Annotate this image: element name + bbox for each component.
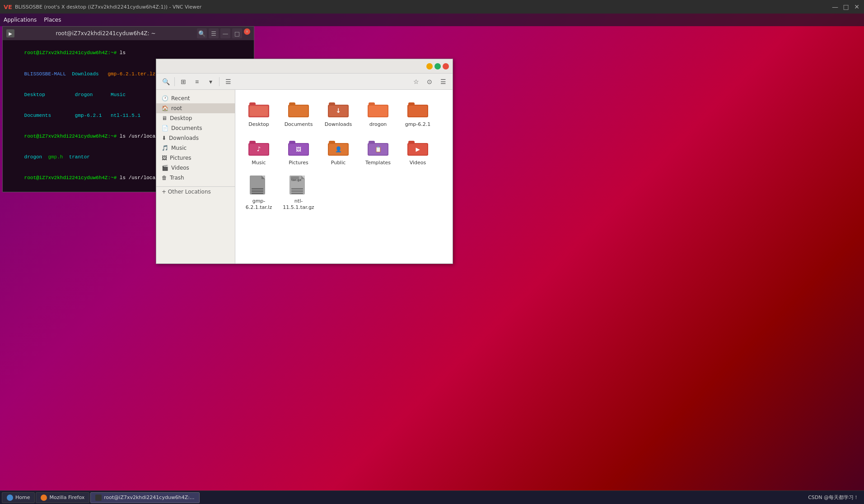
svg-rect-40 <box>252 188 263 190</box>
file-item-templates[interactable]: 📋 Templates <box>360 134 396 168</box>
svg-rect-16 <box>408 106 427 116</box>
fm-icon-view-button[interactable]: ⊞ <box>177 76 189 88</box>
gmp-archive-label: gmp-6.2.1.tar.lz <box>243 198 275 210</box>
vnc-maximize-button[interactable]: □ <box>842 3 850 10</box>
sidebar-item-pictures[interactable]: 🖼Pictures <box>156 153 235 163</box>
documents-folder-icon <box>288 98 309 120</box>
home-icon <box>7 495 13 501</box>
taskbar-item-terminal[interactable]: root@iZ7xv2khdi2241cyduw6h4Z:... <box>90 492 199 503</box>
file-item-ntl-archive[interactable]: tar.gz ntl-11.5.1.tar.gz <box>280 172 317 213</box>
vnc-minimize-button[interactable]: — <box>831 3 839 10</box>
fm-menu-button[interactable]: ☰ <box>437 76 449 88</box>
svg-rect-41 <box>252 190 263 192</box>
filemanager-window: 🔍 ⊞ ≡ ▾ ☰ ☆ ⊙ ☰ 🕐Recent 🏠root 🖥Desktop 📄… <box>156 59 453 264</box>
templates-folder-label: Templates <box>365 160 391 166</box>
fm-content-area: Desktop Documents <box>235 90 453 264</box>
gmp-folder-icon <box>407 98 429 120</box>
sidebar-item-videos[interactable]: 🎬Videos <box>156 163 235 173</box>
sidebar-item-home[interactable]: 🏠root <box>156 103 235 113</box>
desktop-toolbar: Applications Places <box>0 14 864 26</box>
fm-maximize-button[interactable] <box>434 63 441 69</box>
file-item-gmp[interactable]: gmp-6.2.1 <box>400 95 436 130</box>
fm-close-button[interactable] <box>443 63 449 69</box>
svg-text:tar.gz: tar.gz <box>291 178 301 182</box>
file-item-downloads[interactable]: ↓ Downloads <box>320 95 356 130</box>
svg-text:▶: ▶ <box>416 146 420 153</box>
desktop-folder-icon <box>248 98 270 120</box>
drogon-folder-label: drogon <box>369 121 387 127</box>
sidebar-item-downloads[interactable]: ⬇Downloads <box>156 133 235 143</box>
fm-search-button[interactable]: 🔍 <box>160 76 172 88</box>
sidebar-item-other-locations[interactable]: + Other Locations <box>156 187 235 197</box>
file-item-documents[interactable]: Documents <box>280 95 317 130</box>
applications-menu[interactable]: Applications <box>4 17 37 23</box>
fm-minimize-button[interactable] <box>426 63 433 69</box>
fm-sidebar: 🕐Recent 🏠root 🖥Desktop 📄Documents ⬇Downl… <box>156 90 235 264</box>
videos-folder-label: Videos <box>410 160 426 166</box>
downloads-folder-label: Downloads <box>325 121 352 127</box>
vnc-titlebar: VE BLISSOSBE (root's X desktop (iZ7xv2kh… <box>0 0 864 14</box>
sidebar-item-music[interactable]: 🎵Music <box>156 143 235 153</box>
fm-view-options-button[interactable]: ▾ <box>205 76 216 88</box>
places-label: Places <box>44 17 61 23</box>
fm-list-view-button[interactable]: ☰ <box>222 76 234 88</box>
file-item-videos[interactable]: ▶ Videos <box>400 134 436 168</box>
terminal-icon: ▶ <box>6 29 14 37</box>
templates-folder-icon: 📋 <box>367 136 389 158</box>
svg-rect-48 <box>291 188 303 190</box>
sidebar-item-desktop[interactable]: 🖥Desktop <box>156 113 235 123</box>
vnc-logo: VE <box>4 4 12 10</box>
svg-text:📋: 📋 <box>375 146 382 153</box>
svg-rect-49 <box>291 190 303 192</box>
file-item-public[interactable]: 👤 Public <box>320 134 356 168</box>
file-item-pictures[interactable]: 🖼 Pictures <box>280 134 317 168</box>
documents-folder-label: Documents <box>285 121 313 127</box>
terminal-search-button[interactable]: 🔍 <box>197 28 207 38</box>
file-item-music[interactable]: ♪ Music <box>241 134 277 168</box>
svg-text:👤: 👤 <box>335 146 342 153</box>
desktop-folder-label: Desktop <box>248 121 269 127</box>
vnc-close-button[interactable]: ✕ <box>853 3 860 10</box>
vnc-title: BLISSOSBE (root's X desktop (iZ7xv2khdi2… <box>15 4 831 10</box>
public-folder-icon: 👤 <box>327 136 349 158</box>
pictures-folder-icon: 🖼 <box>288 136 309 158</box>
fm-list-view-toggle[interactable]: ≡ <box>191 76 203 88</box>
terminal-minimize-button[interactable]: — <box>220 28 230 38</box>
svg-rect-42 <box>252 193 263 194</box>
taskbar-item-home[interactable]: Home <box>2 492 35 503</box>
taskbar-terminal-label: root@iZ7xv2khdi2241cyduw6h4Z:... <box>104 495 194 500</box>
downloads-folder-icon: ↓ <box>327 98 349 120</box>
firefox-icon <box>41 495 47 501</box>
ntl-archive-label: ntl-11.5.1.tar.gz <box>282 198 315 210</box>
videos-folder-icon: ▶ <box>407 136 429 158</box>
taskbar: Home Mozilla Firefox root@iZ7xv2khdi2241… <box>0 490 864 504</box>
drogon-folder-icon <box>367 98 389 120</box>
svg-rect-3 <box>250 106 267 116</box>
svg-rect-50 <box>291 193 303 194</box>
fm-bookmark-button[interactable]: ☆ <box>410 76 422 88</box>
fm-titlebar <box>156 59 453 74</box>
sidebar-item-trash[interactable]: 🗑Trash <box>156 173 235 183</box>
fm-pocket-button[interactable]: ⊙ <box>424 76 435 88</box>
applications-label: Applications <box>4 17 37 23</box>
svg-rect-6 <box>289 106 308 116</box>
file-item-gmp-archive[interactable]: gmp-6.2.1.tar.lz <box>241 172 277 213</box>
taskbar-item-firefox[interactable]: Mozilla Firefox <box>36 492 89 503</box>
terminal-close-button[interactable]: ✕ <box>244 28 250 35</box>
terminal-maximize-button[interactable]: □ <box>232 28 242 38</box>
svg-text:↓: ↓ <box>336 107 341 114</box>
svg-rect-13 <box>369 106 388 116</box>
music-folder-icon: ♪ <box>248 136 270 158</box>
file-item-desktop[interactable]: Desktop <box>241 95 277 130</box>
fm-main-area: 🕐Recent 🏠root 🖥Desktop 📄Documents ⬇Downl… <box>156 90 453 264</box>
fm-toolbar-sep2 <box>219 77 220 86</box>
places-menu[interactable]: Places <box>44 17 61 23</box>
terminal-controls: 🔍 ☰ — □ ✕ <box>197 28 250 38</box>
sidebar-item-documents[interactable]: 📄Documents <box>156 123 235 133</box>
taskbar-home-label: Home <box>15 495 30 500</box>
sidebar-item-recent[interactable]: 🕐Recent <box>156 93 235 103</box>
svg-text:♪: ♪ <box>257 145 261 153</box>
terminal-menu-button[interactable]: ☰ <box>209 28 219 38</box>
file-item-drogon[interactable]: drogon <box>360 95 396 130</box>
gmp-folder-label: gmp-6.2.1 <box>405 121 431 127</box>
